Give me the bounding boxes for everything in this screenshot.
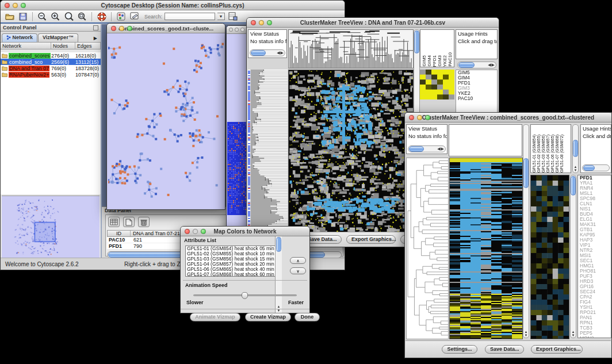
tv2-array-label[interactable]: GPL51-04 (GSM857) <box>546 135 550 173</box>
tv1-heatmap[interactable] <box>288 70 414 235</box>
tv2-array-label[interactable]: GPL51-07 (GSM868) <box>555 135 560 173</box>
minimize-button[interactable] <box>417 115 422 120</box>
treeview2-window: ClusterMaker TreeView : combined_scores_… <box>404 112 612 358</box>
close-button[interactable] <box>5 3 10 8</box>
help-lifesaver-icon[interactable] <box>96 12 107 21</box>
tv1-array-dendrogram[interactable] <box>288 29 414 68</box>
search-dropdown-arrow[interactable]: ▼ <box>217 13 225 20</box>
zoom-button[interactable] <box>201 229 206 234</box>
zoom-button[interactable] <box>127 26 132 31</box>
tv1-array-label[interactable]: PAC10 <box>447 52 453 67</box>
tv2-heatmap[interactable] <box>449 158 523 339</box>
tv2-array-label[interactable]: GPL51-02 (GSM855) <box>537 135 541 173</box>
col-network[interactable]: Network <box>1 43 51 49</box>
vizmap-icon[interactable] <box>116 12 127 21</box>
zoom-out-icon[interactable] <box>37 12 48 21</box>
tv2-array-label[interactable]: GPL51-08 (GSM872) <box>560 135 564 173</box>
network-view-titlebar[interactable]: combined_scores_good.txt--cluste... <box>107 24 225 33</box>
minimize-button[interactable] <box>119 26 124 31</box>
tv1-array-label[interactable]: GIM4 <box>427 55 432 67</box>
move-down-button[interactable]: ∨ <box>290 267 306 274</box>
tv2-main-vscrollbar[interactable]: ▲▼ <box>523 124 529 338</box>
tv2-labels-vscrollbar[interactable]: ▲▼ <box>572 124 579 173</box>
zoom-in-icon[interactable] <box>50 12 61 21</box>
close-button[interactable] <box>251 20 256 25</box>
create-vizmap-button[interactable]: Create Vizmap <box>245 313 291 321</box>
col-nodes[interactable]: Nodes <box>51 43 75 49</box>
animate-vizmap-button[interactable]: Animate Vizmap <box>190 313 240 321</box>
close-button[interactable] <box>409 115 414 120</box>
network-row[interactable]: DNA and Tran 07 769(0) 183728(0) <box>1 65 101 71</box>
tab-vizmapper[interactable]: VizMapper™ <box>38 33 78 42</box>
network-row[interactable]: combined_sco 2569(6) 13112(15) <box>1 59 101 65</box>
tv2-export-graphics-button[interactable]: Export Graphics... <box>531 345 583 354</box>
tv1-usage-hscrollbar[interactable]: ◀▶ <box>457 62 496 68</box>
close-button[interactable] <box>111 26 116 31</box>
dialog-titlebar[interactable]: Map Colors to Network <box>181 227 309 236</box>
network-row[interactable]: combined_scores 2764(0) 16218(0) <box>1 52 101 59</box>
birdseye-overview[interactable] <box>2 196 100 258</box>
minimize-button[interactable] <box>235 28 239 32</box>
tv2-gene-dendrogram[interactable] <box>406 158 449 339</box>
search-input[interactable] <box>165 13 215 20</box>
tv1-array-label[interactable]: GIM3 <box>437 55 442 67</box>
annotation-icon[interactable] <box>129 12 140 21</box>
tv2-save-data-button[interactable]: Save Data... <box>485 345 524 354</box>
minimize-button[interactable] <box>193 229 198 234</box>
tv1-export-graphics-button[interactable]: Export Graphics... <box>346 235 396 244</box>
col-edges[interactable]: Edges <box>75 43 101 49</box>
minimize-button[interactable] <box>259 20 264 25</box>
attribute-item[interactable]: GPL51-07 (GSM868) heat shock 60 min <box>186 272 281 277</box>
slider-knob[interactable] <box>242 292 248 299</box>
tv1-gene-name[interactable]: PAC10 <box>458 96 497 101</box>
select-attributes-icon[interactable] <box>108 217 120 227</box>
dialog-body: Attribute List GPL51-01 (GSM854) heat sh… <box>181 236 309 313</box>
tv1-usage-hints-text: Click and drag to <box>456 37 497 45</box>
tv2-array-label[interactable]: GPL51-03 (GSM856) <box>541 135 546 173</box>
tv2-array-label[interactable]: GPL51-06 (GSM865) <box>550 135 555 173</box>
tv2-gene-name[interactable]: MON2 <box>580 336 611 338</box>
zoom-button[interactable] <box>240 28 244 32</box>
tv1-array-label[interactable]: YKE2 <box>442 55 447 67</box>
tab-overflow-arrow[interactable]: ▶ <box>91 35 100 42</box>
zoom-button[interactable] <box>21 3 26 8</box>
zoom-button[interactable] <box>267 20 272 25</box>
tv2-settings-button[interactable]: Settings... <box>442 345 477 354</box>
delete-attribute-icon[interactable] <box>138 217 150 227</box>
tv2-zoom-heatmap[interactable] <box>530 175 569 339</box>
open-folder-icon[interactable] <box>4 12 15 21</box>
zoom-fit-icon[interactable] <box>76 12 87 21</box>
tv1-array-label[interactable]: GIM5 <box>422 55 427 67</box>
network-graph-canvas[interactable] <box>108 34 224 208</box>
network-row[interactable]: RNAPuberNov2+ 563(0) 107847(0) <box>1 71 101 78</box>
zoom-selected-icon[interactable] <box>63 12 74 21</box>
close-button[interactable] <box>185 229 190 234</box>
treeview2-titlebar[interactable]: ClusterMaker TreeView : combined_scores_… <box>405 113 611 122</box>
float-panel-icon[interactable] <box>93 25 98 30</box>
animation-speed-slider[interactable] <box>193 294 297 296</box>
tv2-array-label[interactable]: GPL51-01 (GSM854) <box>532 135 537 173</box>
tv1-status-hscrollbar[interactable]: ◀▶ <box>250 49 285 56</box>
minimize-button[interactable] <box>13 3 18 8</box>
close-button[interactable] <box>229 28 233 32</box>
import-table-icon[interactable] <box>227 12 238 21</box>
zoom-button[interactable] <box>425 115 430 120</box>
tv2-usage-hscrollbar[interactable] <box>582 164 610 171</box>
done-button[interactable]: Done <box>294 313 320 321</box>
save-icon[interactable] <box>17 12 28 21</box>
col-id[interactable]: ID <box>108 231 131 236</box>
tv2-zoom-vscrollbar[interactable]: ▲▼ <box>570 175 576 338</box>
move-up-button[interactable]: ∧ <box>290 257 306 264</box>
attribute-list-vscrollbar[interactable]: ▲ ▼ <box>275 236 282 313</box>
tv2-array-dendrogram-area[interactable] <box>449 124 522 156</box>
window-controls[interactable] <box>5 3 26 8</box>
tv1-zoom-heatmap[interactable] <box>420 70 454 99</box>
main-titlebar[interactable]: Cytoscape Desktop (Session Name: collins… <box>1 1 345 10</box>
attribute-list[interactable]: GPL51-01 (GSM854) heat shock 05 minGPL51… <box>185 246 282 277</box>
tab-network[interactable]: Network <box>2 33 37 42</box>
treeview1-titlebar[interactable]: ClusterMaker TreeView : DNA and Tran 07-… <box>247 18 499 28</box>
tv2-status-hscrollbar[interactable]: ◀▶ <box>408 145 446 152</box>
new-attribute-icon[interactable] <box>123 217 135 227</box>
tv1-gene-dendrogram[interactable] <box>251 70 288 234</box>
tv1-array-label[interactable]: PFD1 <box>432 55 437 67</box>
